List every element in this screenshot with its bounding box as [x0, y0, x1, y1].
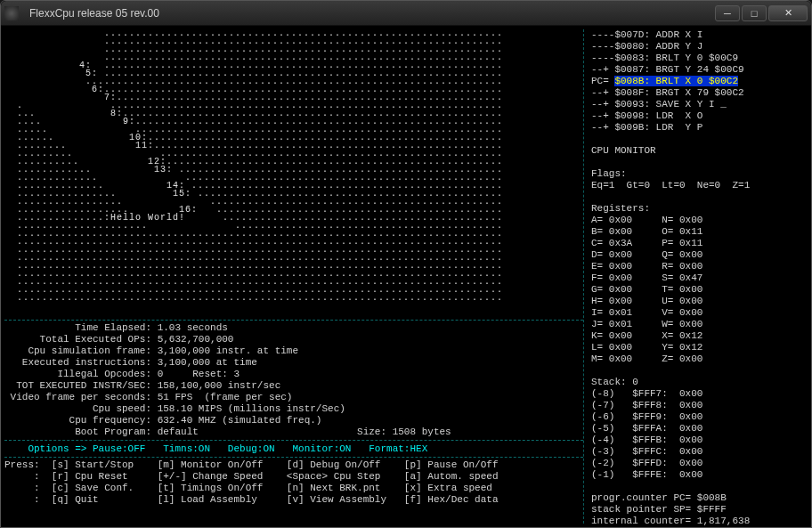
minimize-button[interactable]: ─ — [715, 5, 740, 21]
close-button[interactable]: ✕ — [768, 5, 808, 21]
right-panel: ----$007D: ADDR X I ----$0080: ADDR Y J … — [583, 29, 808, 524]
titlebar[interactable]: FlexxCpu release 05 rev.00 ─ □ ✕ — [1, 1, 811, 26]
left-panel: ........................................… — [4, 29, 583, 524]
options-line: Options => Pause:OFF Timns:ON Debug:ON M… — [4, 443, 583, 455]
window-title: FlexxCpu release 05 rev.00 — [22, 7, 713, 20]
emulator-screen: ........................................… — [4, 29, 583, 314]
divider — [4, 440, 583, 441]
content-area: ........................................… — [1, 26, 811, 527]
app-icon — [4, 6, 19, 20]
maximize-button[interactable]: □ — [742, 5, 767, 21]
divider — [4, 320, 583, 321]
stats-panel: Time Elapsed: 1.03 seconds Total Execute… — [4, 322, 583, 438]
divider — [4, 457, 583, 458]
help-panel: Press: [s] Start/Stop [m] Monitor On/Off… — [4, 459, 583, 506]
app-window: FlexxCpu release 05 rev.00 ─ □ ✕ .......… — [0, 0, 812, 528]
